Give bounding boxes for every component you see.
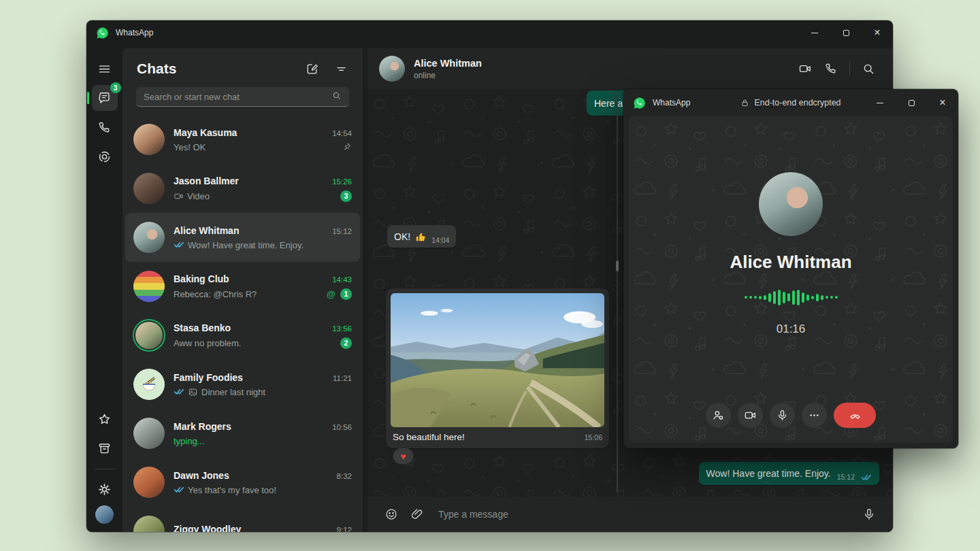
sidebar-item-archived[interactable]	[92, 435, 118, 461]
gear-icon	[97, 482, 112, 497]
archive-icon	[97, 441, 112, 456]
read-ticks-icon	[174, 241, 184, 248]
chat-preview: typing...	[174, 436, 205, 446]
message-composer	[368, 497, 893, 532]
desktop-background: WhatsApp × 3	[0, 0, 980, 551]
message-input[interactable]	[438, 509, 856, 520]
chat-list-item[interactable]: Jason Ballmer 15:26 Video 3	[125, 164, 360, 213]
sidebar-item-status[interactable]	[92, 144, 118, 169]
sidebar-item-calls[interactable]	[92, 114, 118, 140]
lock-icon	[740, 99, 749, 107]
heart-reaction[interactable]: ♥	[393, 448, 414, 465]
chat-list-item[interactable]: Baking Club 14:43 Rebecca: @Chris R? @1	[125, 262, 360, 311]
add-participant-button[interactable]	[706, 403, 731, 428]
status-icon	[97, 150, 112, 164]
maximize-button[interactable]	[896, 89, 927, 116]
waveform-bar	[764, 295, 766, 300]
video-call-icon	[798, 62, 812, 76]
attach-button[interactable]	[404, 501, 430, 527]
minimize-icon	[811, 33, 818, 33]
chat-list-item[interactable]: Dawn Jones 8:32 Yes that's my fave too!	[125, 458, 360, 507]
chat-preview: Rebecca: @Chris R?	[174, 289, 257, 299]
close-icon: ×	[939, 97, 945, 108]
search-input[interactable]	[144, 92, 331, 102]
chat-preview: Yes! OK	[174, 142, 206, 152]
hamburger-icon	[97, 62, 112, 76]
voice-call-button[interactable]	[818, 56, 844, 81]
star-icon	[97, 412, 112, 427]
profile-avatar[interactable]	[95, 505, 114, 524]
filter-button[interactable]	[335, 63, 348, 76]
emoji-icon	[385, 507, 398, 521]
video-icon	[744, 409, 757, 422]
end-call-icon	[849, 409, 862, 422]
chat-time: 10:56	[332, 423, 352, 431]
message-text: OK!	[394, 231, 410, 242]
close-icon: ×	[874, 27, 880, 38]
window-controls: ×	[799, 20, 893, 45]
avatar	[133, 271, 165, 302]
mute-button[interactable]	[770, 403, 795, 428]
waveform-bar	[778, 290, 781, 305]
mention-indicator: @	[327, 289, 336, 299]
waveform-bar	[754, 296, 757, 299]
more-options-button[interactable]	[802, 403, 827, 428]
menu-button[interactable]	[92, 56, 118, 82]
chat-time: 14:54	[332, 129, 352, 137]
waveform-bar	[821, 295, 823, 300]
photo-small-icon	[188, 387, 198, 397]
waveform-bar	[745, 296, 747, 299]
scrollbar-thumb[interactable]	[616, 261, 619, 271]
voice-record-button[interactable]	[856, 501, 882, 527]
pinned-icon	[342, 142, 352, 152]
message-incoming-ok[interactable]: OK! 14:04	[387, 225, 456, 248]
avatar	[133, 467, 165, 498]
chat-list-item[interactable]: Alice Whitman 15:12 Wow! Have great time…	[125, 213, 360, 262]
whatsapp-logo-icon	[633, 97, 646, 110]
paperclip-icon	[410, 507, 424, 521]
video-toggle-button[interactable]	[738, 403, 763, 428]
call-window-title: WhatsApp	[653, 98, 690, 107]
maximize-button[interactable]	[830, 20, 862, 45]
sidebar-item-starred[interactable]	[92, 406, 118, 432]
minimize-icon	[877, 103, 883, 103]
chats-unread-badge: 3	[110, 82, 121, 93]
sidebar-item-chats[interactable]: 3	[92, 85, 118, 111]
chat-list-item[interactable]: Mark Rogers 10:56 typing...	[125, 409, 360, 458]
call-duration: 01:16	[629, 322, 953, 336]
contact-avatar[interactable]	[379, 56, 405, 82]
sidebar-item-settings[interactable]	[92, 476, 118, 502]
new-chat-button[interactable]	[306, 63, 318, 76]
close-button[interactable]: ×	[927, 89, 958, 116]
video-call-button[interactable]	[792, 56, 818, 81]
avatar	[135, 322, 163, 349]
waveform-bar	[802, 293, 804, 303]
search-chat-button[interactable]	[855, 56, 881, 81]
waveform-bar	[835, 296, 838, 299]
minimize-button[interactable]	[864, 89, 896, 116]
call-panel: Alice Whitman 01:16	[629, 116, 953, 443]
rail-divider	[95, 469, 115, 469]
message-photo[interactable]: So beautiful here! 15:06	[386, 288, 609, 448]
call-controls	[629, 403, 953, 428]
photo-image[interactable]	[391, 293, 604, 427]
chat-preview: Wow! Have great time. Enjoy.	[188, 240, 304, 250]
waveform-bar	[759, 296, 762, 299]
chat-preview: Aww no problem.	[174, 338, 241, 348]
chat-list-item[interactable]: Maya Kasuma 14:54 Yes! OK	[125, 115, 360, 164]
chat-list-item[interactable]: Family Foodies 11:21 Dinner last night	[125, 360, 360, 409]
end-call-button[interactable]	[834, 403, 876, 428]
call-window-controls: ×	[864, 89, 958, 116]
chat-name: Jason Ballmer	[174, 176, 327, 186]
window-title: WhatsApp	[116, 28, 153, 37]
scrollbar-track[interactable]	[617, 92, 618, 492]
chat-list-item[interactable]: Ziggy Woodley 9:12	[125, 507, 360, 532]
minimize-button[interactable]	[799, 20, 830, 45]
message-outgoing-wow[interactable]: Wow! Have great time. Enjoy. 15:12	[699, 462, 879, 485]
emoji-button[interactable]	[378, 501, 404, 527]
close-button[interactable]: ×	[862, 20, 893, 45]
chat-time: 15:26	[332, 178, 352, 186]
chat-list-item[interactable]: Stasa Benko 13:56 Aww no problem. 2	[125, 311, 360, 360]
chat-name: Dawn Jones	[174, 470, 331, 481]
filter-icon	[335, 63, 348, 76]
